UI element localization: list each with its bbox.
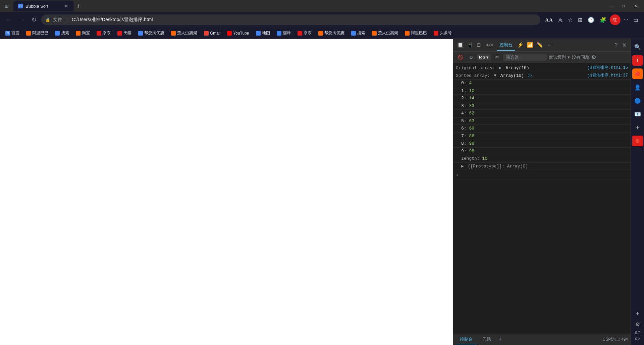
tab-grid-button[interactable]: ⊞ [3,2,11,10]
bookmark-toutiao[interactable]: 头条号 [431,29,454,37]
bookmark-search2[interactable]: 搜索 [348,29,368,37]
bookmark-taosavings[interactable]: 帮您淘优惠 [316,29,347,37]
favorites-button[interactable]: ☆ [566,15,575,25]
page-area [0,39,453,345]
sidebar-ext1-button[interactable]: T [632,55,643,66]
history-button[interactable]: 🕐 [586,15,596,25]
context-label: top [479,55,485,60]
array-val-8: 98 [469,141,474,146]
bookmark-huochong2[interactable]: 萤火虫惠聚 [369,29,401,37]
prompt-chevron: › [456,172,459,178]
add-bottom-tab-button[interactable]: + [496,335,504,344]
sidebar-ext6-button[interactable]: 🔴 [632,136,643,146]
sorted-array-link[interactable]: js冒泡排序.html:37 [588,72,628,79]
refresh-button[interactable]: ↻ [30,15,39,25]
devtools-paint-tab[interactable]: ✏️ [535,40,544,51]
eye-icon-button[interactable]: 👁 [493,54,501,61]
sidebar-version-07: 0.7 [632,330,643,336]
sidebar-settings-button[interactable]: ⚙ [632,319,643,330]
devtools-inspect-button[interactable]: 🔲 [456,40,465,51]
array-item-0: 0: 4 [453,80,631,87]
array-item-4: 4: 62 [453,110,631,117]
bookmark-taobao[interactable]: 淘宝 [73,29,93,37]
bookmark-jd[interactable]: 京东 [94,29,113,37]
devtools-elements-tab[interactable]: </> [483,40,496,50]
bookmark-alibaba[interactable]: 阿里巴巴 [23,29,51,37]
devtools-panel: 🔲 📱 ⊡ </> 控制台 ⚡ 📶 ✏️ ··· ? ✕ 🚫 ⊘ top ▾ [453,39,631,345]
array-prototype-expand[interactable]: ▶ [461,164,464,169]
sidebar-toggle-button[interactable]: ⊐ [632,15,640,25]
title-bar: ⊞ B Bubble Sort ✕ + ─ □ ✕ [0,0,644,12]
bookmark-alibaba2[interactable]: 阿里巴巴 [402,29,430,37]
array-item-7: 7: 86 [453,133,631,140]
bottom-tab-issues[interactable]: 问题 [478,335,495,344]
devtools-network-tab[interactable]: ⚡ [516,40,525,51]
devtools-console-tab[interactable]: 控制台 [497,40,515,51]
url-protocol: 文件 [53,17,62,23]
console-toolbar: 🚫 ⊘ top ▾ 👁 默认级别 ▾ 没有问题 ⚙ [453,52,631,63]
sidebar-ext2-button[interactable]: 🔴 [632,68,643,79]
bookmark-jd2-label: 京东 [304,30,312,36]
bookmark-youtube[interactable]: YouTube [224,30,252,37]
bookmark-taosavings-label: 帮您淘优惠 [324,30,344,36]
more-menu-button[interactable]: ··· [622,15,630,25]
no-issues-button[interactable]: 没有问题 [572,54,589,60]
sidebar-profile-button[interactable]: 👤 [632,82,643,93]
bookmark-translate[interactable]: 翻译 [274,29,293,37]
maximize-button[interactable]: □ [618,2,629,10]
bookmark-daigou[interactable]: 帮您淘优惠 [136,29,167,37]
devtools-device-button[interactable]: 📱 [466,40,475,51]
minimize-button[interactable]: ─ [606,2,617,10]
array-val-9: 98 [469,149,474,154]
sidebar-ext5-button[interactable]: ✈ [632,122,643,133]
original-array-link[interactable]: js冒泡排序.html:15 [588,65,628,71]
bookmarks-bar: 百 百度 阿里巴巴 搜索 淘宝 京东 天猫 帮您淘优惠 萤火虫惠聚 Gmail … [0,28,644,39]
bookmark-maps[interactable]: 地图 [253,29,273,37]
back-button[interactable]: ← [4,15,14,25]
context-selector[interactable]: top ▾ [477,54,491,60]
translate-button[interactable]: 𝐀𝐀 [543,15,555,25]
bookmark-baidu[interactable]: 百 百度 [3,29,22,37]
devtools-help-button[interactable]: ? [613,41,620,50]
bookmark-huochong-label: 萤火虫惠聚 [177,30,197,36]
devtools-performance-tab[interactable]: 📶 [526,40,535,51]
close-button[interactable]: ✕ [630,2,641,10]
new-tab-button[interactable]: + [75,1,82,11]
devtools-console-icon-button[interactable]: ⊡ [475,40,482,51]
collections-button[interactable]: ⊞ [576,15,584,25]
user-profile-button[interactable]: 红 [610,14,621,25]
read-mode-button[interactable]: 𝔸 [556,15,565,25]
array-val-6: 69 [469,126,474,131]
sidebar-search-button[interactable]: 🔍 [632,42,643,52]
extensions-button[interactable]: 🧩 [598,15,608,25]
devtools-more-tab[interactable]: ··· [545,40,554,50]
window-controls-left: ⊞ [3,2,11,10]
bookmark-search[interactable]: 搜索 [52,29,72,37]
sorted-array-expand[interactable]: ▼ [494,73,496,78]
console-settings-button[interactable]: ⚙ [591,54,596,60]
sidebar-ext4-button[interactable]: 📧 [632,109,643,119]
filter-input[interactable] [503,54,547,61]
level-selector[interactable]: 默认级别 ▾ [549,54,570,60]
original-array-expand[interactable]: ▶ [499,65,502,70]
bottom-tab-console[interactable]: 控制台 [456,335,477,344]
array-item-0-content: 0: 4 [461,80,628,87]
array-item-3-content: 3: 33 [461,103,628,109]
devtools-close-button[interactable]: ✕ [621,41,628,50]
sidebar-ext3-button[interactable]: 🔵 [632,95,643,106]
bookmark-tianmao[interactable]: 天猫 [115,29,134,37]
console-prompt-content: › [456,172,628,179]
sorted-array-content: Sorted array: ▼ Array(10) ⓘ [456,72,588,79]
filter-icon-button[interactable]: ⊘ [467,54,475,61]
bookmark-youtube-icon [227,31,232,36]
bookmark-huochong[interactable]: 萤火虫惠聚 [168,29,200,37]
sidebar-add-button[interactable]: + [632,308,643,319]
bookmark-jd2[interactable]: 京东 [295,29,314,37]
clear-console-button[interactable]: 🚫 [456,54,465,61]
address-bar[interactable]: 🔒 文件 | C:/Users/准神/Desktop/js冒泡排序.html [41,14,540,25]
forward-button[interactable]: → [17,15,27,25]
bookmark-gmail[interactable]: Gmail [201,30,223,37]
active-tab[interactable]: B Bubble Sort ✕ [13,1,74,11]
tab-close-button[interactable]: ✕ [64,3,69,9]
bookmark-taobao-icon [76,31,80,36]
